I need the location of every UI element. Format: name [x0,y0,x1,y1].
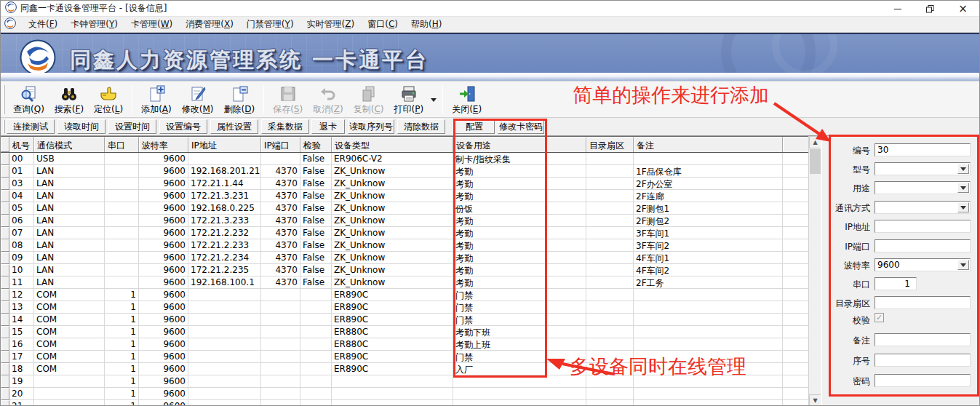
table-row[interactable]: 1919600 [1,375,808,388]
column-header[interactable]: 检验 [300,137,332,152]
column-header[interactable]: 设备用途 [453,137,586,152]
serial-no-field[interactable] [875,354,971,367]
close-button[interactable]: 关闭(E) [447,82,486,117]
toolbar-grip[interactable] [3,120,5,133]
comm-mode-select[interactable] [875,201,971,214]
model-select[interactable] [875,162,971,175]
column-header[interactable]: IP地址 [188,137,261,152]
table-row[interactable]: 18COM19600ER890C入厂 [1,363,808,375]
read-time-button[interactable]: 读取时间 [57,119,105,134]
row-selector[interactable] [1,314,9,326]
menu-card-mgmt[interactable]: 卡管理(W) [124,17,179,32]
return-card-button[interactable]: 退卡 [311,119,345,134]
table-row[interactable]: 11LAN9600192.168.100.14370FalseZK_Unknow… [1,276,808,289]
row-selector[interactable] [1,264,9,276]
search-button[interactable]: 搜索(F) [50,82,88,117]
chevron-down-icon[interactable] [957,260,969,270]
clear-data-button[interactable]: 清除数据 [397,119,445,134]
row-selector[interactable] [1,400,9,406]
table-row[interactable]: 09LAN9600172.21.2.2344370FalseZK_Unknow考… [1,252,808,264]
table-row[interactable]: 17COM19600ER890C门禁 [1,351,808,363]
row-selector[interactable] [1,190,9,202]
minimize-button[interactable] [881,1,914,17]
dir-sector-field[interactable] [875,296,971,309]
column-header[interactable]: IP端口 [261,137,300,152]
scrollbar-thumb[interactable] [810,149,821,174]
locate-button[interactable]: 定位(L) [89,82,127,117]
table-row[interactable]: 13COM19600ER890C门禁 [1,301,808,314]
table-row[interactable]: 01LAN9600192.168.201.2134370FalseZK_Unkn… [1,165,808,178]
menu-consume-mgmt[interactable]: 消费管理(X) [179,17,240,32]
menu-realtime-mgmt[interactable]: 实时管理(Z) [300,17,362,32]
row-selector[interactable] [1,351,9,363]
modify-button[interactable]: 修改(M) [178,82,218,117]
print-dropdown-arrow-icon[interactable] [429,95,439,105]
table-row[interactable]: 08LAN9600172.21.2.2334370FalseZK_Unknow考… [1,239,808,252]
ip-address-field[interactable] [875,220,971,233]
table-row[interactable]: 16COM19600ER880C考勤上班 [1,338,808,351]
chevron-down-icon[interactable] [957,164,969,174]
property-settings-button[interactable]: 属性设置 [210,119,258,134]
table-row[interactable]: 03LAN9600172.21.1.444370FalseZK_Unknow考勤… [1,178,808,190]
table-row[interactable]: 06LAN9600172.21.3.2334370FalseZK_Unknow考… [1,215,808,227]
chevron-down-icon[interactable] [957,183,969,193]
menu-help[interactable]: 帮助(H) [405,17,448,32]
password-field[interactable] [875,374,971,387]
table-row[interactable]: 2019600 [1,388,808,400]
menu-access-mgmt[interactable]: 门禁管理(Y) [240,17,300,32]
table-row[interactable]: 14COM19600ER890C门禁 [1,314,808,326]
scroll-down-button[interactable]: ▼ [809,394,821,406]
table-row[interactable]: 12COM19600ER890C门禁 [1,289,808,301]
set-number-button[interactable]: 设置编号 [159,119,207,134]
read-serial-button[interactable]: 读取序列号 [348,119,394,134]
set-time-button[interactable]: 设置时间 [108,119,156,134]
column-header[interactable]: 波特率 [139,137,188,152]
scroll-up-button[interactable]: ▲ [809,136,821,148]
table-row[interactable]: 07LAN9600172.21.2.2324370FalseZK_Unknow考… [1,227,808,239]
table-row[interactable]: 04LAN9600172.21.3.2314370FalseZK_Unknow考… [1,190,808,202]
delete-button[interactable]: 删除(D) [220,82,260,117]
row-selector[interactable] [1,363,9,375]
column-header[interactable]: 串口 [105,137,139,152]
column-header[interactable]: 备注 [634,137,783,152]
row-selector[interactable] [1,326,9,338]
print-button[interactable]: 打印(P) [390,82,429,117]
restore-button[interactable] [914,1,947,17]
column-header[interactable]: 机号 [9,137,34,152]
column-header[interactable]: 设备类型 [332,137,453,152]
column-header[interactable]: 目录扇区 [586,137,634,152]
row-selector[interactable] [1,252,9,264]
row-selector[interactable] [1,202,9,215]
baud-rate-select[interactable]: 9600 [875,258,971,271]
row-selector[interactable] [1,276,9,289]
menu-window[interactable]: 窗口(C) [361,17,405,32]
collect-data-button[interactable]: 采集数据 [261,119,309,134]
table-row[interactable]: 2119600 [1,400,808,406]
table-row[interactable]: 15COM19600ER880C考勤下班 [1,326,808,338]
usage-select[interactable] [875,181,971,194]
close-button[interactable]: × [947,1,979,17]
toolbar-grip[interactable] [3,85,5,114]
serial-port-field[interactable]: 1 [875,277,917,290]
ip-port-field[interactable] [875,239,971,252]
remark-field[interactable] [875,333,971,346]
config-button[interactable]: 配置 [454,119,495,134]
row-selector[interactable] [1,165,9,178]
menu-file[interactable]: 文件(F) [22,17,64,32]
table-row[interactable]: 10LAN9600172.21.2.2354370FalseZK_Unknow考… [1,264,808,276]
chevron-down-icon[interactable] [957,202,969,212]
row-selector[interactable] [1,178,9,190]
change-card-password-button[interactable]: 修改卡密码 [498,119,544,134]
row-selector[interactable] [1,215,9,227]
row-selector[interactable] [1,153,9,165]
row-selector[interactable] [1,301,9,314]
table-row[interactable]: 00USB9600FalseER906C-V2制卡/指纹采集 [1,153,808,165]
table-vertical-scrollbar[interactable]: ▲ ▼ [808,136,821,406]
row-selector[interactable] [1,375,9,388]
row-selector[interactable] [1,338,9,351]
add-button[interactable]: 添加(A) [137,82,176,117]
row-selector[interactable] [1,289,9,301]
table-row[interactable]: 05LAN9600192.168.0.2254370FalseZK_Unknow… [1,202,808,215]
menu-clock-mgmt[interactable]: 卡钟管理(Y) [64,17,124,32]
column-header[interactable]: 通信模式 [34,137,105,152]
